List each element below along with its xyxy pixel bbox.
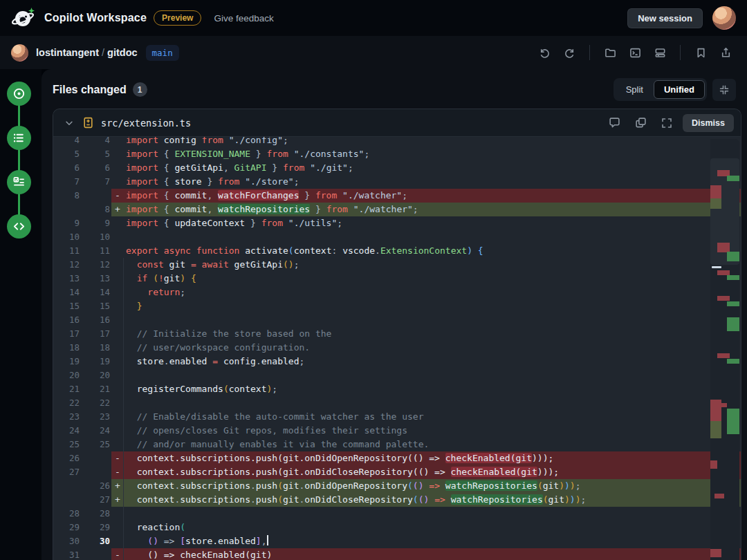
new-session-button[interactable]: New session [627, 8, 703, 28]
diff-marker [111, 410, 124, 424]
undo-button[interactable] [534, 43, 555, 62]
diff-marker [111, 137, 124, 147]
sidebar-step-task[interactable] [7, 82, 31, 106]
code-line: 2424 // opens/closes Git repos, modifies… [53, 424, 741, 438]
diff-marker [111, 521, 124, 534]
diff-marker: - [111, 465, 124, 479]
split-button[interactable]: Split [616, 80, 654, 99]
breadcrumb[interactable]: lostintangent/gitdoc [36, 47, 138, 58]
old-line-number: 13 [53, 272, 84, 286]
diff-marker [111, 216, 124, 230]
comment-button[interactable] [604, 113, 625, 133]
diff-minimap[interactable] [710, 139, 739, 560]
minimap-red-block [717, 243, 730, 252]
file-name[interactable]: src/extension.ts [101, 118, 191, 129]
file-diff-icon [82, 117, 94, 129]
code-rows: 44import config from "./config";55import… [53, 137, 741, 560]
new-line-number [84, 451, 111, 465]
old-line-number: 26 [53, 451, 84, 465]
diff-marker [111, 341, 124, 355]
redo-button[interactable] [559, 43, 580, 62]
code-line: 2323 // Enable/disable the auto-commit w… [53, 410, 741, 424]
new-line-number: 13 [84, 272, 111, 286]
diff-marker [111, 438, 124, 451]
codespace-button[interactable] [649, 43, 670, 62]
bookmark-icon [695, 47, 707, 59]
branch-badge[interactable]: main [146, 45, 179, 61]
collapse-button[interactable] [712, 79, 736, 101]
dismiss-button[interactable]: Dismiss [683, 114, 734, 132]
undo-icon [539, 47, 551, 59]
old-line-number: 15 [53, 299, 84, 313]
minimap-green-block [727, 359, 739, 364]
minimap-red-block [714, 494, 724, 498]
minimap-red-block [710, 460, 717, 469]
comment-icon [609, 117, 620, 129]
new-line-number: 11 [84, 244, 111, 258]
code-line: 26+ context.subscriptions.push(git.onDid… [53, 479, 741, 493]
terminal-button[interactable] [625, 43, 645, 62]
tasklist-icon [12, 176, 26, 189]
new-line-number: 8 [84, 203, 111, 216]
list-icon [12, 131, 26, 144]
code-line: 2525 // and/or manually enables it via t… [53, 438, 741, 451]
diff-marker [111, 230, 124, 244]
minimap-red-block [717, 270, 730, 275]
code-line: 1717 // Initialize the store based on th… [53, 327, 741, 341]
old-line-number: 12 [53, 258, 84, 272]
diff-marker [111, 313, 124, 327]
diff-marker: + [111, 203, 124, 216]
new-line-number: 15 [84, 299, 111, 313]
new-line-number: 23 [84, 410, 111, 424]
minimap-olive-block [710, 421, 721, 438]
new-line-number: 16 [84, 313, 111, 327]
minimap-red-block [710, 549, 721, 557]
code-line: 27+ context.subscriptions.push(git.onDid… [53, 493, 741, 507]
code-line: 66import { getGitApi, GitAPI } from "./g… [53, 161, 741, 175]
new-line-number: 20 [84, 368, 111, 382]
code-line: 1818 // user/workspace configuration. [53, 341, 741, 355]
old-line-number: 22 [53, 396, 84, 410]
new-line-number: 17 [84, 327, 111, 341]
expand-button[interactable] [656, 113, 677, 133]
code-line: 99import { updateContext } from "./utils… [53, 216, 741, 230]
sidebar-step-implementation[interactable] [7, 214, 31, 239]
collapse-file-button[interactable] [62, 113, 77, 133]
diff-marker [111, 286, 124, 299]
minimap-green-block [727, 176, 739, 181]
diff-marker: + [111, 493, 124, 507]
code-line: 1313 if (!git) { [53, 272, 741, 286]
old-line-number: 28 [53, 507, 84, 521]
copy-button[interactable] [630, 113, 651, 133]
code-line: 8-import { commit, watchForChanges } fro… [53, 189, 741, 203]
old-line-number [53, 203, 84, 216]
new-line-number: 6 [84, 161, 111, 175]
file-count-badge: 1 [133, 82, 147, 97]
share-button[interactable] [715, 43, 736, 62]
repo-owner[interactable]: lostintangent [36, 47, 99, 58]
old-line-number: 5 [53, 147, 84, 161]
share-icon [720, 47, 732, 59]
chevron-down-icon [64, 118, 74, 128]
file-explorer-button[interactable] [600, 43, 620, 62]
old-line-number: 24 [53, 424, 84, 438]
user-avatar[interactable] [712, 6, 736, 30]
unified-button[interactable]: Unified [654, 80, 705, 99]
code-line: 8+import { commit, watchRepositories } f… [53, 203, 741, 216]
diff-marker [111, 299, 124, 313]
sidebar-step-plan[interactable] [7, 170, 31, 194]
old-line-number: 30 [53, 534, 84, 548]
indent-guide [123, 258, 124, 560]
repo-name[interactable]: gitdoc [107, 47, 138, 58]
minimap-red-block [717, 403, 727, 407]
bookmark-button[interactable] [690, 43, 711, 62]
code-line: 1515 } [53, 299, 741, 313]
diff-marker [111, 258, 124, 272]
new-line-number: 21 [84, 382, 111, 396]
sidebar-step-specification[interactable] [7, 126, 31, 150]
code-line: 55import { EXTENSION_NAME } from "./cons… [53, 147, 741, 161]
diff-marker [111, 534, 124, 548]
give-feedback-link[interactable]: Give feedback [214, 13, 273, 24]
minimap-cursor-mark [712, 266, 721, 268]
app-title: Copilot Workspace [44, 12, 147, 24]
